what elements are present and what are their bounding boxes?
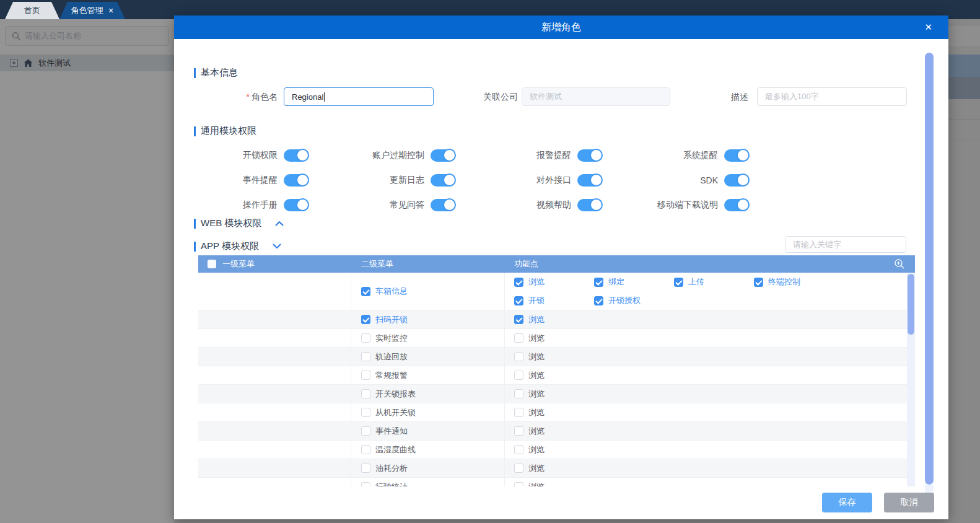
toggle-switch[interactable] <box>577 149 602 162</box>
func-checkbox-item[interactable]: 浏览 <box>514 459 594 478</box>
menu-checkbox-item[interactable]: 从机开关锁 <box>361 403 416 422</box>
checkbox-icon[interactable] <box>514 371 523 380</box>
toggle-switch[interactable] <box>724 199 749 211</box>
checkbox-icon[interactable] <box>514 389 523 398</box>
menu-checkbox-item[interactable]: 行驶统计 <box>361 478 408 487</box>
toggle-switch[interactable] <box>577 174 602 187</box>
cancel-button[interactable]: 取消 <box>884 493 934 512</box>
func-checkbox-item[interactable]: 开锁授权 <box>594 291 674 310</box>
checkbox-label: 车箱信息 <box>375 286 408 297</box>
checkbox-icon[interactable] <box>361 333 370 343</box>
menu-checkbox-item[interactable]: 扫码开锁 <box>361 310 408 329</box>
menu1-cell <box>198 478 351 486</box>
checkbox-icon[interactable] <box>361 426 370 436</box>
menu-checkbox-item[interactable]: 常规报警 <box>361 366 408 385</box>
func-checkbox-item[interactable]: 上传 <box>674 273 754 291</box>
table-scrollbar-thumb[interactable] <box>908 274 914 335</box>
checkbox-icon[interactable] <box>514 333 523 343</box>
func-checkbox-item[interactable]: 浏览 <box>514 478 594 487</box>
menu-checkbox-item[interactable]: 实时监控 <box>361 329 408 348</box>
toggle-switch[interactable] <box>724 149 749 162</box>
checkbox-label: 行驶统计 <box>375 481 408 487</box>
select-all-checkbox[interactable] <box>208 260 216 268</box>
save-button[interactable]: 保存 <box>822 493 872 512</box>
table-scrollbar[interactable] <box>907 273 915 486</box>
toggle-label: 移动端下载说明 <box>634 200 718 211</box>
tab-home[interactable]: 首页 <box>5 2 59 19</box>
menu2-cell: 扫码开锁 <box>351 310 505 328</box>
checkbox-icon[interactable] <box>514 408 523 417</box>
checkbox-icon[interactable] <box>514 296 523 305</box>
checkbox-icon[interactable] <box>594 278 603 287</box>
dialog-scrollbar[interactable] <box>925 53 934 503</box>
checkbox-label: 绑定 <box>608 276 624 288</box>
dialog-close-icon[interactable]: ✕ <box>924 15 932 39</box>
toggle-switch[interactable] <box>577 199 602 211</box>
toggle-switch[interactable] <box>724 174 749 187</box>
checkbox-icon[interactable] <box>361 352 370 361</box>
checkbox-icon[interactable] <box>361 371 370 380</box>
menu-checkbox-item[interactable]: 温湿度曲线 <box>361 441 416 459</box>
toggle-switch[interactable] <box>431 174 455 187</box>
checkbox-icon[interactable] <box>361 482 370 486</box>
permission-toggle-item: 事件提醒 <box>194 174 341 187</box>
toggle-switch[interactable] <box>431 149 455 162</box>
tab-close-icon[interactable]: ✕ <box>108 7 113 14</box>
dialog-scrollbar-thumb[interactable] <box>925 53 934 485</box>
toggle-switch[interactable] <box>284 149 308 162</box>
checkbox-icon[interactable] <box>594 296 603 305</box>
checkbox-icon[interactable] <box>514 352 523 361</box>
func-checkbox-item[interactable]: 浏览 <box>514 441 594 459</box>
func-checkbox-item[interactable]: 浏览 <box>514 385 594 403</box>
menu-checkbox-item[interactable]: 轨迹回放 <box>361 348 408 366</box>
func-checkbox-item[interactable]: 开锁 <box>514 291 594 310</box>
checkbox-icon[interactable] <box>361 389 370 398</box>
func-checkbox-item[interactable]: 浏览 <box>514 273 594 291</box>
role-name-input[interactable]: Regional <box>284 87 434 106</box>
header-funcs: 功能点 <box>505 258 915 270</box>
menu-checkbox-item[interactable]: 油耗分析 <box>361 459 408 478</box>
table-header: 一级菜单 二级菜单 功能点 <box>198 255 915 273</box>
permission-toggle-item: 更新日志 <box>341 174 488 187</box>
func-checkbox-item[interactable]: 浏览 <box>514 310 594 329</box>
checkbox-icon[interactable] <box>514 426 523 436</box>
checkbox-icon[interactable] <box>361 464 370 473</box>
checkbox-icon[interactable] <box>361 315 370 324</box>
checkbox-icon[interactable] <box>361 445 370 454</box>
tab-role-management[interactable]: 角色管理 ✕ <box>59 2 125 19</box>
toggle-label: 报警提醒 <box>488 150 571 161</box>
func-checkbox-item[interactable]: 浏览 <box>514 366 594 385</box>
func-checkbox-item[interactable]: 终端控制 <box>754 273 834 291</box>
checkbox-icon[interactable] <box>674 278 683 287</box>
toggle-switch[interactable] <box>431 199 455 211</box>
collapse-web-section[interactable] <box>275 221 284 226</box>
section-title: WEB 模块权限 <box>201 218 261 229</box>
func-checkbox-item[interactable]: 浏览 <box>514 348 594 366</box>
toggle-label: 常见问答 <box>341 200 424 211</box>
func-checkbox-item[interactable]: 浏览 <box>514 422 594 441</box>
menu-checkbox-item[interactable]: 事件通知 <box>361 422 408 441</box>
checkbox-icon[interactable] <box>361 287 370 296</box>
checkbox-icon[interactable] <box>361 408 370 417</box>
func-checkbox-item[interactable]: 浏览 <box>514 329 594 348</box>
checkbox-icon[interactable] <box>514 315 523 324</box>
toggle-switch[interactable] <box>284 174 308 187</box>
description-input[interactable]: 最多输入100字 <box>757 87 907 106</box>
funcs-cell: 浏览 <box>505 422 907 440</box>
checkbox-icon[interactable] <box>514 278 523 287</box>
keyword-search-input[interactable]: 请输入关键字 <box>785 236 906 253</box>
menu-checkbox-item[interactable]: 开关锁报表 <box>361 385 416 403</box>
menu-checkbox-item[interactable]: 车箱信息 <box>361 282 408 301</box>
checkbox-icon[interactable] <box>754 278 763 287</box>
zoom-in-icon[interactable] <box>894 258 905 270</box>
checkbox-icon[interactable] <box>514 464 523 473</box>
expand-app-section[interactable] <box>273 244 281 249</box>
checkbox-label: 开锁授权 <box>608 295 641 306</box>
section-app-perms: APP 模块权限 <box>194 240 281 252</box>
table-row: 轨迹回放浏览 <box>198 348 907 366</box>
func-checkbox-item[interactable]: 绑定 <box>594 273 674 291</box>
func-checkbox-item[interactable]: 浏览 <box>514 403 594 422</box>
checkbox-icon[interactable] <box>514 445 523 454</box>
checkbox-icon[interactable] <box>514 482 523 486</box>
toggle-switch[interactable] <box>284 199 308 211</box>
